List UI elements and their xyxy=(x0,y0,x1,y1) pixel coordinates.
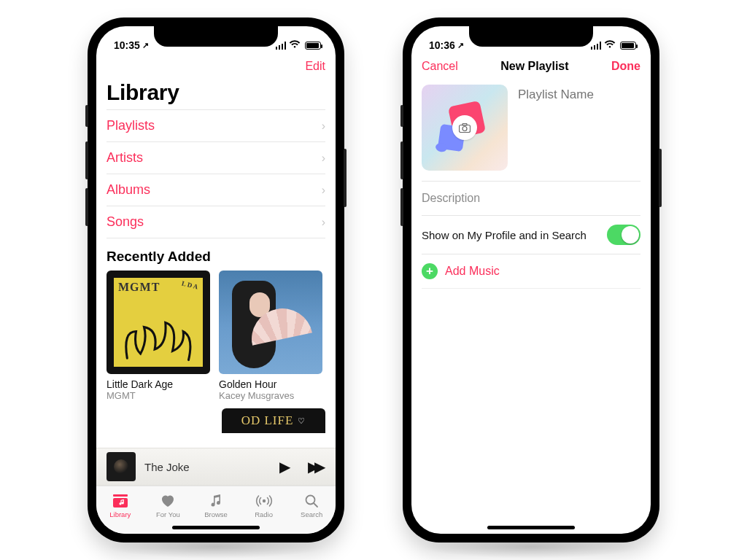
album-cover: MGMT L D A xyxy=(107,271,210,374)
home-indicator[interactable] xyxy=(487,526,575,529)
vol-down xyxy=(85,188,88,226)
svg-rect-0 xyxy=(113,494,128,497)
svg-line-4 xyxy=(314,503,317,507)
page-title: Library xyxy=(96,80,336,109)
album-artist: Kacey Musgraves xyxy=(219,390,322,401)
now-playing-bar[interactable]: The Joke ▶ ▶▶ xyxy=(96,448,336,486)
screen-library: 10:35 ↗ Edit Library Playlists › xyxy=(96,26,336,534)
location-icon: ↗ xyxy=(457,41,464,50)
phone-left: 10:35 ↗ Edit Library Playlists › xyxy=(88,18,344,542)
camera-icon xyxy=(452,115,477,140)
now-playing-cover xyxy=(107,452,136,481)
signal-icon xyxy=(591,42,602,50)
vol-up xyxy=(85,141,88,179)
tab-search[interactable]: Search xyxy=(287,486,336,525)
album-title: Little Dark Age xyxy=(107,378,210,390)
mute-switch xyxy=(400,105,403,127)
description-input[interactable]: Description xyxy=(422,182,640,215)
row-playlists[interactable]: Playlists › xyxy=(107,109,325,141)
edit-button[interactable]: Edit xyxy=(305,60,325,73)
new-playlist-form: Description Show on My Profile and in Se… xyxy=(411,80,651,534)
description-placeholder: Description xyxy=(422,192,480,204)
chevron-right-icon: › xyxy=(322,184,325,197)
row-label: Artists xyxy=(107,150,143,166)
radio-icon xyxy=(255,493,273,509)
location-icon: ↗ xyxy=(142,41,149,50)
notch xyxy=(469,26,593,47)
album-cover xyxy=(219,271,322,374)
heart-icon xyxy=(160,493,176,509)
row-label: Albums xyxy=(107,182,150,198)
profile-visibility-toggle[interactable] xyxy=(607,225,640,245)
divider xyxy=(422,288,640,289)
chevron-right-icon: › xyxy=(322,152,325,165)
cover-art xyxy=(114,278,203,367)
add-music-button[interactable]: + Add Music xyxy=(422,254,640,288)
cover-text: OD LIFE xyxy=(241,413,294,428)
row-label: Playlists xyxy=(107,118,155,133)
row-label: Songs xyxy=(107,214,144,230)
vol-down xyxy=(400,188,403,226)
chevron-right-icon: › xyxy=(322,120,325,133)
tab-label: Search xyxy=(301,510,322,518)
status-time: 10:36 xyxy=(429,39,455,51)
mute-switch xyxy=(85,105,88,127)
album-card[interactable]: Golden Hour Kacey Musgraves xyxy=(219,271,322,401)
side-button xyxy=(659,149,662,207)
home-indicator[interactable] xyxy=(172,526,260,529)
tab-library[interactable]: Library xyxy=(96,486,144,525)
phone-right: 10:36 ↗ Cancel New Playlist Done xyxy=(403,18,659,542)
tab-radio[interactable]: Radio xyxy=(240,486,288,525)
tab-label: For You xyxy=(156,510,180,518)
tab-browse[interactable]: Browse xyxy=(192,486,240,525)
library-list: Playlists › Artists › Albums › Songs › xyxy=(96,109,336,238)
recently-added-heading: Recently Added xyxy=(96,238,336,271)
tab-label: Library xyxy=(109,510,131,518)
album-card[interactable]: MGMT L D A Little Dark Age MGMT xyxy=(107,271,210,401)
svg-point-6 xyxy=(462,126,467,131)
svg-point-2 xyxy=(262,499,265,502)
profile-visibility-row: Show on My Profile and in Search xyxy=(422,216,640,254)
tab-foryou[interactable]: For You xyxy=(144,486,193,525)
library-content: Library Playlists › Artists › Albums › S… xyxy=(96,80,336,448)
wifi-icon xyxy=(289,39,301,51)
cancel-button[interactable]: Cancel xyxy=(422,60,458,73)
battery-icon xyxy=(620,42,636,50)
status-time: 10:35 xyxy=(114,39,140,51)
row-albums[interactable]: Albums › xyxy=(107,174,325,206)
screen-new-playlist: 10:36 ↗ Cancel New Playlist Done xyxy=(411,26,651,534)
recently-added-grid-row2: OD LIFE♡ xyxy=(96,401,336,433)
next-button[interactable]: ▶▶ xyxy=(303,458,325,475)
toggle-label: Show on My Profile and in Search xyxy=(422,229,587,241)
album-title: Golden Hour xyxy=(219,378,322,390)
signal-icon xyxy=(276,42,287,50)
side-button xyxy=(344,149,347,207)
battery-icon xyxy=(305,42,321,50)
svg-rect-7 xyxy=(462,123,467,125)
recently-added-grid: MGMT L D A Little Dark Age MGMT Golden H… xyxy=(96,271,336,401)
playlist-cover-picker[interactable] xyxy=(422,85,508,171)
search-icon xyxy=(304,493,319,509)
row-artists[interactable]: Artists › xyxy=(107,141,325,174)
playlist-name-input[interactable] xyxy=(518,88,640,102)
play-button[interactable]: ▶ xyxy=(275,458,295,475)
wifi-icon xyxy=(604,39,616,51)
nav-title: New Playlist xyxy=(500,60,568,73)
music-note-icon xyxy=(209,493,223,509)
nav-bar: Cancel New Playlist Done xyxy=(411,52,651,80)
done-button[interactable]: Done xyxy=(611,60,640,73)
chevron-right-icon: › xyxy=(322,216,325,229)
add-music-label: Add Music xyxy=(445,265,500,278)
library-icon xyxy=(112,493,128,509)
vol-up xyxy=(400,141,403,179)
now-playing-title: The Joke xyxy=(144,461,266,473)
album-cover-peek[interactable]: OD LIFE♡ xyxy=(222,408,325,433)
notch xyxy=(154,26,278,47)
tab-label: Browse xyxy=(204,510,228,518)
row-songs[interactable]: Songs › xyxy=(107,206,325,238)
album-artist: MGMT xyxy=(107,390,210,401)
tab-label: Radio xyxy=(255,510,273,518)
plus-icon: + xyxy=(422,263,438,279)
nav-bar: Edit xyxy=(96,52,336,80)
heart-icon: ♡ xyxy=(298,416,306,426)
